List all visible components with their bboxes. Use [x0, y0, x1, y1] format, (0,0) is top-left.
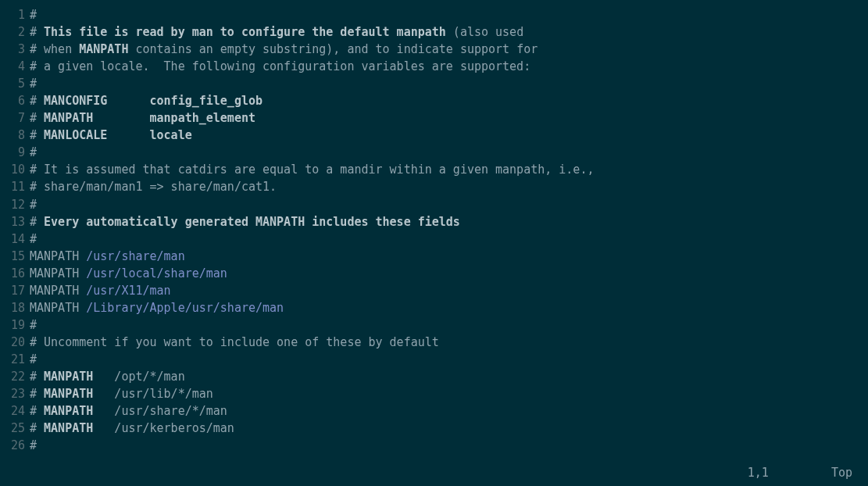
- code-line[interactable]: 25# MANPATH /usr/kerberos/man: [0, 420, 868, 437]
- code-line[interactable]: 12#: [0, 196, 868, 213]
- line-content: # It is assumed that catdirs are equal t…: [30, 161, 594, 178]
- line-content: MANPATH /usr/X11/man: [30, 282, 171, 299]
- code-line[interactable]: 21#: [0, 351, 868, 368]
- code-line[interactable]: 4# a given locale. The following configu…: [0, 58, 868, 75]
- line-number: 12: [0, 196, 30, 213]
- line-number: 6: [0, 92, 30, 109]
- syntax-comment-bold: MANPATH: [79, 42, 128, 56]
- syntax-comment: [93, 111, 149, 125]
- syntax-comment: #: [30, 352, 37, 366]
- line-content: #: [30, 437, 37, 454]
- code-line[interactable]: 17MANPATH /usr/X11/man: [0, 282, 868, 299]
- code-line[interactable]: 14#: [0, 230, 868, 248]
- syntax-comment: #: [30, 77, 37, 91]
- syntax-comment: #: [30, 438, 37, 452]
- syntax-keyword: MANPATH: [30, 284, 86, 298]
- line-number: 24: [0, 402, 30, 420]
- status-bar: 1,1 Top: [748, 464, 868, 481]
- syntax-keyword: MANPATH: [30, 301, 86, 315]
- syntax-comment: #: [30, 111, 44, 125]
- syntax-comment: # It is assumed that catdirs are equal t…: [30, 163, 594, 177]
- line-content: #: [30, 75, 37, 92]
- line-content: # share/man/man1 => share/man/cat1.: [30, 178, 277, 195]
- code-line[interactable]: 6# MANCONFIG config_file_glob: [0, 92, 868, 109]
- code-line[interactable]: 10# It is assumed that catdirs are equal…: [0, 161, 868, 178]
- syntax-comment: #: [30, 404, 44, 418]
- syntax-comment-bold: MANCONFIG: [44, 94, 107, 108]
- code-line[interactable]: 11# share/man/man1 => share/man/cat1.: [0, 178, 868, 195]
- syntax-path: /usr/local/share/man: [86, 266, 227, 281]
- code-line[interactable]: 3# when MANPATH contains an empty substr…: [0, 41, 868, 58]
- line-content: #: [30, 351, 37, 368]
- code-line[interactable]: 19#: [0, 316, 868, 334]
- line-number: 2: [0, 23, 30, 41]
- line-content: # MANPATH manpath_element: [30, 109, 255, 127]
- code-line[interactable]: 9#: [0, 144, 868, 161]
- line-content: #: [30, 6, 37, 23]
- line-content: # MANPATH /usr/lib/*/man: [30, 385, 213, 402]
- code-line[interactable]: 8# MANLOCALE locale: [0, 127, 868, 144]
- syntax-comment-bold: This file is read by man to configure th…: [44, 25, 453, 39]
- scroll-indicator: Top: [831, 464, 852, 481]
- line-content: MANPATH /usr/local/share/man: [30, 265, 227, 282]
- syntax-comment: # when: [30, 42, 79, 56]
- syntax-comment-bold: config_file_glob: [150, 94, 263, 108]
- syntax-comment: /usr/lib/*/man: [93, 387, 213, 401]
- syntax-comment-bold: locale: [150, 128, 192, 142]
- line-number: 10: [0, 161, 30, 178]
- line-content: # MANPATH /usr/share/*/man: [30, 402, 227, 420]
- syntax-comment: # a given locale. The following configur…: [30, 59, 530, 73]
- line-number: 25: [0, 420, 30, 437]
- line-content: MANPATH /usr/share/man: [30, 248, 185, 265]
- syntax-keyword: MANPATH: [30, 249, 86, 263]
- line-number: 11: [0, 178, 30, 195]
- code-line[interactable]: 22# MANPATH /opt/*/man: [0, 368, 868, 385]
- syntax-comment-bold: MANLOCALE: [44, 128, 107, 142]
- line-content: # when MANPATH contains an empty substri…: [30, 41, 538, 58]
- line-number: 9: [0, 144, 30, 161]
- syntax-comment: /opt/*/man: [93, 370, 184, 384]
- code-line[interactable]: 5#: [0, 75, 868, 92]
- line-number: 22: [0, 368, 30, 385]
- line-content: #: [30, 316, 37, 334]
- code-line[interactable]: 24# MANPATH /usr/share/*/man: [0, 402, 868, 420]
- syntax-keyword: MANPATH: [30, 266, 86, 281]
- line-number: 21: [0, 351, 30, 368]
- line-number: 23: [0, 385, 30, 402]
- line-content: # a given locale. The following configur…: [30, 58, 530, 75]
- line-content: # MANLOCALE locale: [30, 127, 192, 144]
- code-line[interactable]: 23# MANPATH /usr/lib/*/man: [0, 385, 868, 402]
- line-content: # MANPATH /opt/*/man: [30, 368, 185, 385]
- syntax-comment: #: [30, 198, 37, 212]
- syntax-comment: contains an empty substring), and to ind…: [128, 42, 538, 56]
- syntax-comment: #: [30, 370, 44, 384]
- code-line[interactable]: 13# Every automatically generated MANPAT…: [0, 213, 868, 230]
- line-content: # Uncomment if you want to include one o…: [30, 334, 439, 351]
- line-content: # MANCONFIG config_file_glob: [30, 92, 263, 109]
- syntax-comment-bold: Every automatically generated MANPATH in…: [44, 215, 460, 229]
- code-line[interactable]: 20# Uncomment if you want to include one…: [0, 334, 868, 351]
- code-line[interactable]: 7# MANPATH manpath_element: [0, 109, 868, 127]
- line-number: 13: [0, 213, 30, 230]
- code-line[interactable]: 26#: [0, 437, 868, 454]
- syntax-comment: #: [30, 8, 37, 22]
- code-line[interactable]: 18MANPATH /Library/Apple/usr/share/man: [0, 299, 868, 316]
- line-content: #: [30, 230, 37, 248]
- code-line[interactable]: 16MANPATH /usr/local/share/man: [0, 265, 868, 282]
- syntax-comment: /usr/share/*/man: [93, 404, 227, 418]
- editor-viewport[interactable]: 1#2# This file is read by man to configu…: [0, 0, 868, 454]
- line-number: 26: [0, 437, 30, 454]
- code-line[interactable]: 15MANPATH /usr/share/man: [0, 248, 868, 265]
- line-number: 5: [0, 75, 30, 92]
- line-number: 20: [0, 334, 30, 351]
- line-number: 18: [0, 299, 30, 316]
- code-line[interactable]: 1#: [0, 6, 868, 23]
- syntax-comment: #: [30, 215, 44, 229]
- syntax-comment-bold: MANPATH: [44, 370, 93, 384]
- code-line[interactable]: 2# This file is read by man to configure…: [0, 23, 868, 41]
- syntax-path: /usr/X11/man: [86, 284, 170, 298]
- line-number: 1: [0, 6, 30, 23]
- syntax-comment: #: [30, 232, 37, 246]
- syntax-comment: /usr/kerberos/man: [93, 421, 234, 435]
- syntax-path: /Library/Apple/usr/share/man: [86, 301, 284, 315]
